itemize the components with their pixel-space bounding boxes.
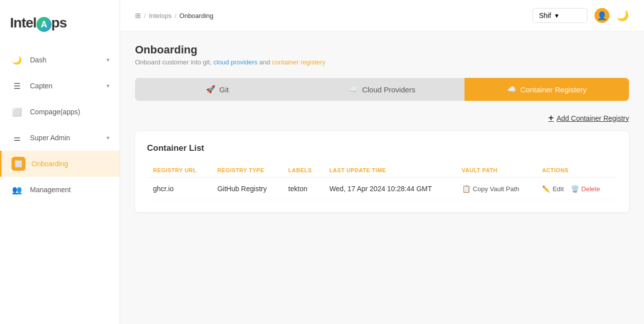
cell-last-update: Wed, 17 Apr 2024 10:28:44 GMT: [324, 178, 456, 200]
chevron-down-icon: ▾: [106, 82, 110, 89]
registry-table: REGISTRY URL REGISTRY TYPE LABELS LAST U…: [147, 163, 617, 200]
add-container-registry-button[interactable]: + Add Container Registry: [548, 113, 629, 123]
container-list: Container List REGISTRY URL REGISTRY TYP…: [135, 131, 629, 212]
sidebar-item-label-super-admin: Super Admin: [30, 134, 106, 142]
capten-icon: ☰: [10, 79, 24, 93]
tabs: 🚀 Git ☁️ Cloud Providers ☁️ Container Re…: [135, 78, 629, 101]
cell-vault-path: 📋 Copy Vault Path: [456, 178, 536, 200]
management-icon: 👥: [10, 183, 24, 197]
logo: IntelAps: [0, 10, 120, 47]
workspace-dropdown[interactable]: Shif ▾: [532, 8, 588, 23]
tab-cloud-providers[interactable]: ☁️ Cloud Providers: [300, 78, 464, 101]
compage-icon: ⬜: [10, 105, 24, 119]
copy-vault-path-button[interactable]: 📋 Copy Vault Path: [462, 185, 520, 193]
col-vault-path: VAULT PATH: [456, 163, 536, 178]
breadcrumb-sep2: /: [174, 12, 176, 19]
sidebar-item-management[interactable]: 👥 Management: [0, 177, 120, 203]
logo-a: A: [36, 17, 52, 32]
subtitle-cloud: cloud providers: [214, 58, 258, 66]
add-registry-label: Add Container Registry: [556, 114, 629, 122]
chevron-down-icon: ▾: [106, 134, 110, 141]
breadcrumb-intelops[interactable]: Intelops: [149, 12, 172, 19]
col-actions: ACTIONS: [536, 163, 617, 178]
sidebar-item-onboarding[interactable]: ⬜ Onboarding: [0, 151, 120, 177]
tab-git[interactable]: 🚀 Git: [135, 78, 300, 101]
table-row: ghcr.io GitHub Registry tekton Wed, 17 A…: [147, 178, 617, 200]
cell-actions: ✏️ Edit 🗑️ Delete: [536, 178, 617, 200]
subtitle-registry: container registery: [272, 58, 326, 66]
super-admin-icon: ⚌: [10, 131, 24, 145]
git-tab-icon: 🚀: [206, 85, 216, 94]
workspace-chevron: ▾: [555, 11, 558, 19]
subtitle-text2: and: [258, 58, 272, 66]
git-tab-label: Git: [220, 85, 229, 94]
home-icon: ⊞: [135, 11, 141, 19]
edit-icon: ✏️: [542, 185, 550, 193]
edit-button[interactable]: ✏️ Edit: [542, 185, 564, 193]
sidebar-item-dash[interactable]: 🌙 Dash ▾: [0, 47, 120, 73]
sidebar-item-label-management: Management: [30, 186, 110, 194]
add-registry-row: + Add Container Registry: [135, 113, 629, 123]
tab-container-registry[interactable]: ☁️ Container Registery: [464, 78, 629, 101]
action-cell: ✏️ Edit 🗑️ Delete: [542, 185, 611, 193]
theme-toggle-icon[interactable]: 🌙: [616, 9, 629, 21]
header: ⊞ / Intelops / Onboarding Shif ▾ 👤 🌙: [120, 0, 644, 31]
main-content: ⊞ / Intelops / Onboarding Shif ▾ 👤 🌙 Onb…: [120, 0, 644, 324]
chevron-down-icon: ▾: [106, 56, 110, 63]
col-registry-type: REGISTRY TYPE: [212, 163, 282, 178]
col-labels: LABELS: [282, 163, 324, 178]
logo-text-start: Intel: [10, 15, 36, 30]
logo-text-end: ps: [52, 15, 67, 30]
cloud-tab-label: Cloud Providers: [362, 85, 416, 94]
page-subtitle: Onboard customer into git, cloud provide…: [135, 58, 629, 66]
plus-icon: +: [548, 113, 554, 123]
delete-label: Delete: [582, 185, 600, 193]
container-list-title: Container List: [147, 143, 617, 153]
sidebar-item-label-compage: Compage(apps): [30, 108, 110, 116]
sidebar: IntelAps 🌙 Dash ▾ ☰ Capten ▾ ⬜ Compage(a…: [0, 0, 120, 324]
cloud-tab-icon: ☁️: [348, 85, 358, 94]
registry-tab-icon: ☁️: [507, 85, 516, 94]
user-avatar[interactable]: 👤: [594, 8, 610, 23]
copy-vault-label: Copy Vault Path: [473, 185, 520, 193]
cell-registry-url: ghcr.io: [147, 178, 212, 200]
cell-labels: tekton: [282, 178, 324, 200]
delete-icon: 🗑️: [571, 185, 579, 193]
cell-registry-type: GitHub Registry: [212, 178, 282, 200]
sidebar-item-capten[interactable]: ☰ Capten ▾: [0, 73, 120, 99]
header-right: Shif ▾ 👤 🌙: [532, 8, 629, 23]
col-registry-url: REGISTRY URL: [147, 163, 212, 178]
subtitle-text1: Onboard customer into git,: [135, 58, 214, 66]
breadcrumb-sep1: /: [144, 12, 146, 19]
breadcrumb: ⊞ / Intelops / Onboarding: [135, 11, 214, 19]
sidebar-item-label-onboarding: Onboarding: [32, 160, 110, 168]
page-content: Onboarding Onboard customer into git, cl…: [120, 31, 644, 224]
onboarding-icon: ⬜: [12, 157, 26, 171]
sidebar-item-compage[interactable]: ⬜ Compage(apps): [0, 99, 120, 125]
workspace-label: Shif: [539, 11, 551, 19]
registry-tab-label: Container Registery: [520, 85, 587, 94]
copy-icon: 📋: [462, 185, 470, 193]
delete-button[interactable]: 🗑️ Delete: [571, 185, 600, 193]
breadcrumb-current: Onboarding: [180, 12, 214, 19]
dash-icon: 🌙: [10, 53, 24, 67]
col-last-update: LAST UPDATE TIME: [324, 163, 456, 178]
sidebar-item-super-admin[interactable]: ⚌ Super Admin ▾: [0, 125, 120, 151]
sidebar-item-label-dash: Dash: [30, 56, 106, 64]
edit-label: Edit: [552, 185, 564, 193]
page-title: Onboarding: [135, 43, 629, 56]
sidebar-item-label-capten: Capten: [30, 82, 106, 90]
